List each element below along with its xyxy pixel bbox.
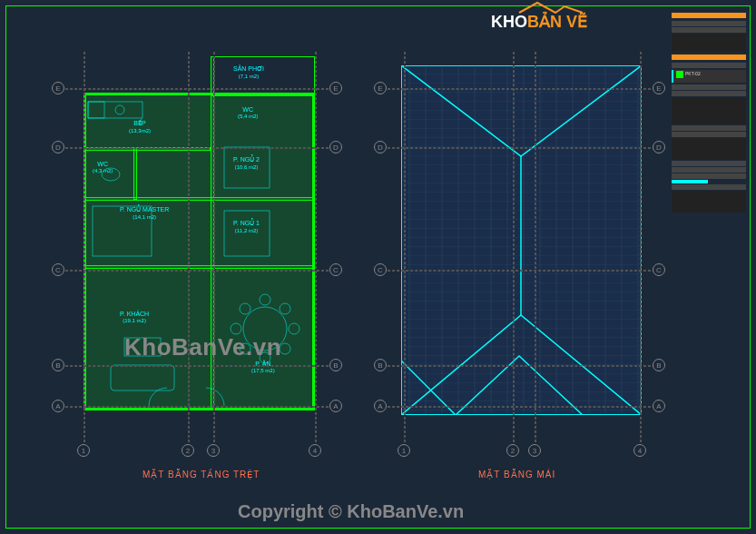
label-sanphoi: SÂN PHƠI(7,1 m2) xyxy=(233,65,264,79)
axis-D-rr: D xyxy=(653,141,665,153)
label-wc1: WC(5,4 m2) xyxy=(238,106,258,119)
titleblock-sep xyxy=(672,13,746,18)
titleblock-row xyxy=(672,97,746,124)
title-roof: MẶT BẰNG MÁI xyxy=(478,470,555,480)
axis-1-r: 1 xyxy=(398,444,410,457)
watermark-center: KhoBanVe.vn xyxy=(124,333,281,361)
svg-point-15 xyxy=(280,303,290,314)
svg-point-2 xyxy=(115,105,124,114)
drawing-frame: KHOBẢN VẼ xyxy=(5,5,751,529)
titleblock-row xyxy=(672,27,746,33)
axis-E-rl: E xyxy=(374,82,387,94)
axis-3-r: 3 xyxy=(528,444,541,457)
label-ngu-master: P. NGỦ MASTER(14,1 m2) xyxy=(120,206,169,220)
svg-rect-7 xyxy=(111,365,174,391)
titleblock-row xyxy=(672,173,746,179)
watermark-bottom: Copyright © KhoBanVe.vn xyxy=(238,501,464,522)
svg-rect-1 xyxy=(88,102,104,118)
titleblock-row xyxy=(672,180,708,183)
label-an: P. ĂN(17,5 m2) xyxy=(251,361,275,373)
titleblock-row xyxy=(672,125,746,131)
titleblock-sep xyxy=(672,54,746,60)
axis-D-rl: D xyxy=(374,141,387,153)
axis-C-rr: C xyxy=(653,263,665,276)
axis-E-rr: E xyxy=(653,82,665,94)
svg-point-13 xyxy=(289,323,299,334)
label-wc2: WC(4,3 m2) xyxy=(93,161,113,173)
axis-1-l: 1 xyxy=(77,444,90,457)
axis-3-l: 3 xyxy=(207,444,220,457)
axis-4-r: 4 xyxy=(633,444,646,457)
logo-banve: BẢN VẼ xyxy=(527,13,587,31)
titleblock-row xyxy=(672,191,746,213)
axis-A-r: A xyxy=(329,400,342,412)
svg-point-10 xyxy=(260,294,270,305)
axis-B-r: B xyxy=(329,359,342,371)
axis-B-rr: B xyxy=(653,359,665,371)
axis-D-r: D xyxy=(329,141,342,153)
label-khach: P. KHÁCH(19,1 m2) xyxy=(120,311,149,323)
axis-A-rl: A xyxy=(374,400,387,412)
cad-viewport[interactable]: KHOBẢN VẼ xyxy=(6,6,678,528)
axis-2-r: 2 xyxy=(506,444,519,457)
titleblock-row xyxy=(672,132,746,137)
title-floor: MẶT BẰNG TẦNG TRỆT xyxy=(142,470,260,480)
axis-C-r: C xyxy=(329,263,342,276)
label-ngu1: P. NGỦ 1(11,2 m2) xyxy=(233,220,260,233)
axis-A-l: A xyxy=(52,400,64,412)
titleblock-row xyxy=(672,21,746,26)
logo: KHOBẢN VẼ xyxy=(491,12,587,32)
axis-E-r: E xyxy=(329,82,342,94)
svg-rect-5 xyxy=(224,211,270,256)
axis-B-rl: B xyxy=(374,359,387,371)
svg-point-14 xyxy=(240,303,250,314)
titleblock-bv: PKT-02 xyxy=(672,70,746,83)
titleblock-row xyxy=(672,184,746,190)
titleblock-row xyxy=(672,34,746,52)
axis-4-l: 4 xyxy=(309,444,321,457)
axis-C-l: C xyxy=(52,263,64,276)
titleblock-row xyxy=(672,84,746,90)
axis-E-l: E xyxy=(52,82,64,94)
axis-C-rl: C xyxy=(374,263,387,276)
axis-A-rr: A xyxy=(653,400,665,412)
axis-B-l: B xyxy=(52,359,64,371)
roof-plan xyxy=(401,65,642,415)
roof-svg xyxy=(401,65,642,415)
axis-D-l: D xyxy=(52,141,64,153)
titleblock-panel: PKT-02 xyxy=(668,6,750,528)
square-icon xyxy=(676,71,683,78)
logo-kho: KHO xyxy=(491,13,527,31)
titleblock-row xyxy=(672,161,746,166)
titleblock-row xyxy=(672,91,746,96)
label-ngu2: P. NGỦ 2(10,6 m2) xyxy=(233,156,260,170)
titleblock-row xyxy=(672,63,746,68)
label-bep: BẾP(13,3m2) xyxy=(129,120,151,134)
titleblock-row xyxy=(672,167,746,173)
axis-2-l: 2 xyxy=(182,444,194,457)
titleblock-row xyxy=(672,138,746,160)
